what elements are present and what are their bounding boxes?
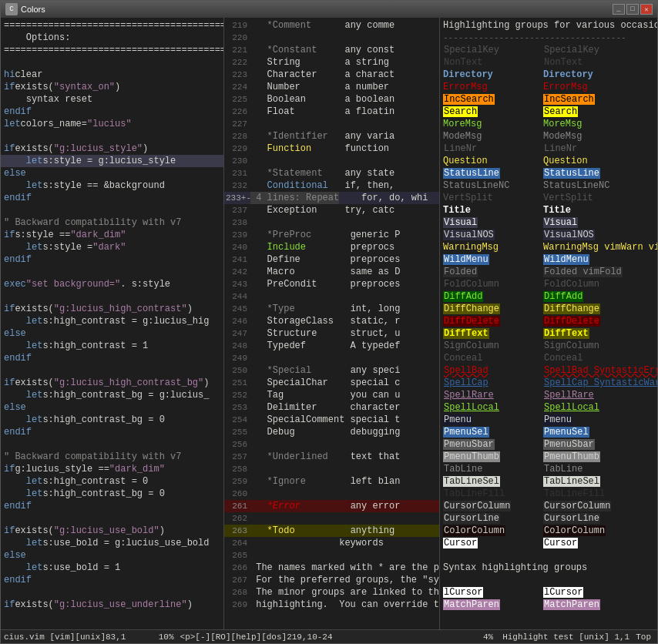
mid-line: 221 *Constant any const xyxy=(224,44,439,56)
code-line: if s:style == "dark_dim" xyxy=(1,229,223,241)
code-line xyxy=(1,438,223,451)
code-line: let s:use_bold = 1 xyxy=(1,562,223,574)
mid-line: 255 Debug debugging xyxy=(224,426,439,438)
mid-line: 232 Conditional if, then, xyxy=(224,179,439,192)
code-line: endif xyxy=(1,426,223,438)
rp-group-modemsg: ModeMsg ModeMsg xyxy=(440,130,657,143)
rp-group-cursorline: CursorLine CursorLine xyxy=(440,512,657,525)
mid-line: 247 Structure struct, u xyxy=(224,327,439,340)
right-code-area[interactable]: Highlighting groups for various occasio … xyxy=(440,18,657,629)
code-line: let s:style = "dark" xyxy=(1,241,223,253)
maximize-button[interactable]: □ xyxy=(626,4,639,15)
code-line: endif xyxy=(1,352,223,364)
rp-group-matchparen: MatchParen MatchParen xyxy=(440,599,657,611)
mid-line: 249 xyxy=(224,352,439,364)
rp-group-question: Question Question xyxy=(440,155,657,167)
mid-line: 268 The minor groups are linked to th xyxy=(224,586,439,599)
rp-group-diffdelete: DiffDelete DiffDelete xyxy=(440,315,657,327)
mid-line: 248 Typedef A typedef xyxy=(224,340,439,352)
rp-group-directory: Directory Directory xyxy=(440,69,657,81)
mid-line: 258 xyxy=(224,463,439,475)
mid-line: 237 Exception try, catc xyxy=(224,204,439,216)
mid-code-area[interactable]: 219 *Comment any comme 220 221 *Constant… xyxy=(224,18,439,629)
code-line xyxy=(1,266,223,278)
code-line: let s:high_contrast_bg = g:lucius_ xyxy=(1,389,223,401)
code-line xyxy=(1,130,223,143)
status-mid: <p>[-][RO][help][dos]219,10-24 xyxy=(180,632,477,642)
code-line: Options: xyxy=(1,32,223,44)
mid-line: 231 *Statement any state xyxy=(224,167,439,179)
code-line xyxy=(1,204,223,216)
code-line: if g:lucius_style == "dark_dim" xyxy=(1,463,223,475)
code-line: let s:high_contrast_bg = 0 xyxy=(1,414,223,426)
rp-group-pmenusel: PmenuSel PmenuSel xyxy=(440,426,657,438)
mid-line: 267 For the preferred groups, the "sy xyxy=(224,574,439,586)
status-top: Top xyxy=(633,632,654,642)
rp-group-visualnos: VisualNOS VisualNOS xyxy=(440,229,657,241)
code-line: if exists("syntax_on") xyxy=(1,81,223,93)
rp-group-specialkey: SpecialKey SpecialKey xyxy=(440,44,657,56)
rp-group-wildmenu: WildMenu WildMenu xyxy=(440,253,657,266)
status-filename: cius.vim [vim][unix]83,1 xyxy=(4,632,153,642)
rp-group-linenr: LineNr LineNr xyxy=(440,143,657,155)
rp-group-statuslinenc: StatusLineNC StatusLineNC xyxy=(440,179,657,192)
rp-group-nontext: NonText NonText xyxy=(440,56,657,69)
mid-line-todo: 263 *Todo anything xyxy=(224,525,439,537)
mid-line: 246 StorageClass static, r xyxy=(224,315,439,327)
rp-empty xyxy=(440,549,657,562)
rp-group-spellbad: SpellBad SpellBad SyntasticError xyxy=(440,364,657,377)
mid-line: 252 Tag you can u xyxy=(224,389,439,401)
close-button[interactable]: ✕ xyxy=(640,4,653,15)
left-code-area[interactable]: ========================================… xyxy=(1,18,223,629)
rp-group-pmenuthumb: PmenuThumb PmenuThumb xyxy=(440,451,657,463)
code-line xyxy=(1,586,223,599)
rp-group-vertsplit: VertSplit VertSplit xyxy=(440,192,657,204)
code-line: else xyxy=(1,327,223,340)
mid-line: 241 Define preproces xyxy=(224,253,439,266)
mid-line: 229 Function function xyxy=(224,143,439,155)
code-line: let colors_name="lucius" xyxy=(1,118,223,130)
rp-group-spellrare: SpellRare SpellRare xyxy=(440,389,657,401)
mid-line: 259 *Ignore left blan xyxy=(224,475,439,488)
code-line: exec "set background=" . s:style xyxy=(1,278,223,290)
code-line: if exists("g:lucius_use_bold") xyxy=(1,525,223,537)
mid-line: 257 *Underlined text that xyxy=(224,451,439,463)
code-line: let s:style == &background xyxy=(1,179,223,192)
status-pct2: 4% xyxy=(477,632,499,642)
code-line: endif xyxy=(1,253,223,266)
mid-line: 219 *Comment any comme xyxy=(224,19,439,32)
code-line: if exists("g:lucius_style") xyxy=(1,143,223,155)
mid-line: 220 xyxy=(224,32,439,44)
mid-line: 242 Macro same as D xyxy=(224,266,439,278)
titlebar: C Colors _ □ ✕ xyxy=(1,1,657,18)
code-line: endif xyxy=(1,192,223,204)
rp-group-difftext: DiffText DiffText xyxy=(440,327,657,340)
mid-line: 240 Include preprocs xyxy=(224,241,439,253)
content-area: ========================================… xyxy=(1,18,657,629)
mid-line: 224 Number a number xyxy=(224,81,439,93)
mid-line: 226 Float a floatin xyxy=(224,106,439,118)
mid-line: 238 xyxy=(224,216,439,229)
code-line: syntax reset xyxy=(1,93,223,106)
rp-group-tablinesel: TabLineSel TabLineSel xyxy=(440,475,657,488)
code-line xyxy=(1,364,223,377)
rp-group-warningmsg: WarningMsg WarningMsg vimWarn vimB xyxy=(440,241,657,253)
minimize-button[interactable]: _ xyxy=(613,4,625,15)
code-line: endif xyxy=(1,106,223,118)
rp-group-moremsg: MoreMsg MoreMsg xyxy=(440,118,657,130)
rp-group-incsearch: IncSearch IncSearch xyxy=(440,93,657,106)
rp-group-folded: Folded Folded vimFold xyxy=(440,266,657,278)
code-line: " Backward compatibility with v7 xyxy=(1,451,223,463)
code-line: else xyxy=(1,549,223,562)
status-pct: 10% xyxy=(153,632,180,642)
mid-line: 227 xyxy=(224,118,439,130)
mid-line: 250 *Special any speci xyxy=(224,364,439,377)
code-line: ========================================… xyxy=(1,44,223,56)
rp-group-lcursor: lCursor lCursor xyxy=(440,586,657,599)
rp-group-signcolumn: SignColumn SignColumn xyxy=(440,340,657,352)
rp-group-tablinefill: TabLineFill TabLineFill xyxy=(440,488,657,500)
rp-group-visual: Visual Visual xyxy=(440,216,657,229)
rp-group-pmenusbar: PmenuSbar PmenuSbar xyxy=(440,438,657,451)
rp-group-spelllocal: SpellLocal SpellLocal xyxy=(440,401,657,414)
mid-line: 230 xyxy=(224,155,439,167)
